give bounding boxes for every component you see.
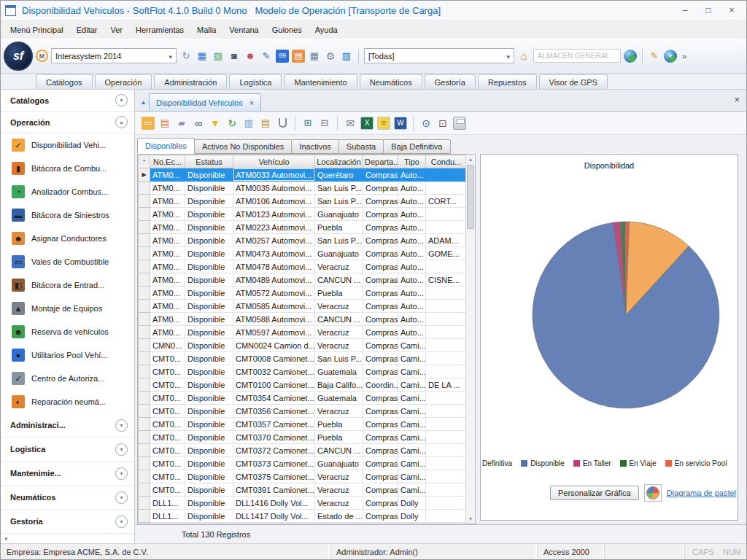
- tree-expand-icon[interactable]: ⊞: [301, 117, 314, 130]
- menu-item-menu-principal[interactable]: Menú Principal: [4, 23, 70, 37]
- sidebar-section-gestoria[interactable]: Gestoría: [1, 510, 134, 534]
- table-row[interactable]: ATM0...DisponibleATM0572 Automovi...Pueb…: [139, 287, 467, 300]
- subtab-disponibles[interactable]: Disponibles: [137, 138, 195, 154]
- table-row[interactable]: CMT0...DisponibleCMT0357 Camionet...Pueb…: [139, 418, 467, 431]
- globe-add-icon[interactable]: +: [664, 50, 677, 63]
- subtab-inactivos[interactable]: Inactivos: [291, 139, 338, 154]
- paste-icon[interactable]: ▤: [259, 117, 272, 130]
- menu-item-ayuda[interactable]: Ayuda: [309, 23, 344, 37]
- table-row[interactable]: ATM0...DisponibleATM0588 Automovi...CANC…: [139, 313, 467, 326]
- restore-button[interactable]: □: [698, 4, 719, 18]
- close-button[interactable]: ×: [721, 4, 742, 18]
- ribbon-tab-gestoria[interactable]: Gestoría: [425, 74, 476, 89]
- sidebar-section-neumaticos[interactable]: Neumáticos: [1, 486, 134, 510]
- row-selector[interactable]: [139, 208, 150, 221]
- menu-item-herramientas[interactable]: Herramientas: [129, 23, 190, 37]
- image-icon[interactable]: ▨: [212, 50, 225, 63]
- row-selector[interactable]: [139, 234, 150, 247]
- copy-icon[interactable]: ▥: [242, 117, 255, 130]
- sidebar-item-vales-de-combustible[interactable]: ▭Vales de Combustible: [1, 250, 134, 273]
- book-icon[interactable]: ▥: [340, 50, 353, 63]
- tab-close-icon[interactable]: [249, 98, 254, 107]
- row-selector[interactable]: [139, 444, 150, 457]
- row-selector[interactable]: [139, 405, 150, 418]
- sidebar-item-analizador-combus[interactable]: ◔Analizador Combus...: [1, 180, 134, 203]
- table-row[interactable]: CMT0...DisponibleCMT0373 Camionet...Guan…: [139, 457, 467, 470]
- badge-99-icon[interactable]: 99: [276, 50, 289, 63]
- row-selector[interactable]: [139, 287, 150, 300]
- sidebar-item-bitacora-de-entrad[interactable]: ◧Bitácora de Entrad...: [1, 273, 134, 297]
- printer-icon[interactable]: [453, 117, 466, 130]
- org-chart-icon[interactable]: ▦: [196, 50, 209, 63]
- expand-circle-icon[interactable]: [115, 419, 128, 432]
- scroll-thumb[interactable]: [467, 165, 474, 229]
- row-selector[interactable]: [139, 247, 150, 260]
- subtab-baja-definitiva[interactable]: Baja Definitiva: [383, 139, 450, 154]
- expand-circle-icon[interactable]: [115, 516, 128, 528]
- binoculars-icon[interactable]: ∞: [192, 117, 205, 130]
- table-row[interactable]: CMT0...DisponibleCMT0032 Camionet...Guat…: [139, 365, 467, 378]
- table-row[interactable]: CMT0...DisponibleCMT0372 Camionet...CANC…: [139, 444, 467, 457]
- ribbon-tab-repuestos[interactable]: Repuestos: [478, 74, 537, 89]
- row-selector[interactable]: [139, 470, 150, 483]
- table-row[interactable]: CMT0...DisponibleCMT0008 Camionet...San …: [139, 352, 467, 365]
- column-header-vehiculo[interactable]: Vehículo: [233, 155, 315, 168]
- menu-item-malla[interactable]: Malla: [190, 23, 222, 37]
- chart-type-button[interactable]: [644, 484, 662, 502]
- subtab-subasta[interactable]: Subasta: [338, 139, 384, 154]
- expand-circle-icon[interactable]: [115, 443, 128, 456]
- table-row[interactable]: ATM0...DisponibleATM0478 Automovi...Vera…: [139, 260, 467, 273]
- open-folder-icon[interactable]: ▭: [142, 117, 155, 130]
- filter-combo[interactable]: [Todas]: [364, 48, 514, 63]
- company-combo[interactable]: Interasystem 2014: [51, 48, 177, 63]
- table-row[interactable]: CMT0...DisponibleCMT0354 Camionet...Guat…: [139, 392, 467, 405]
- sidebar-item-reparacion-neuma[interactable]: ◐Reparación neumá...: [1, 390, 134, 413]
- sidebar-item-asignar-conductores[interactable]: ☻Asignar Conductores: [1, 227, 134, 250]
- users-icon[interactable]: ☻: [244, 50, 257, 63]
- row-selector[interactable]: [139, 221, 150, 234]
- scroll-down-icon[interactable]: [466, 514, 475, 524]
- row-selector[interactable]: [139, 510, 150, 523]
- customize-chart-button[interactable]: Personalizar Gráfica: [550, 486, 639, 500]
- sidebar-item-disponibilidad-vehi[interactable]: ✓Disponibilidad Vehi...: [1, 133, 134, 157]
- zoom-icon[interactable]: ⊙: [419, 117, 433, 130]
- menu-item-ver[interactable]: Ver: [104, 23, 130, 37]
- table-row[interactable]: CMT0...DisponibleCMT0370 Camionet...Pueb…: [139, 431, 467, 444]
- table-row[interactable]: CMN0...DisponibleCMN0024 Camion d...Vera…: [139, 339, 467, 352]
- row-selector[interactable]: [139, 339, 150, 352]
- sync-icon[interactable]: ↻: [179, 50, 193, 63]
- sidebar-item-utilitarios-pool-vehi[interactable]: ●Utilitarios Pool Vehí...: [1, 343, 134, 367]
- memo-icon[interactable]: ≡: [377, 117, 390, 130]
- table-row[interactable]: ATM0...DisponibleATM0585 Automovi...Vera…: [139, 300, 467, 313]
- sidebar-section-administraci[interactable]: Administraci...: [1, 413, 134, 438]
- table-row[interactable]: ATM0...DisponibleATM0597 Automovi...Vera…: [139, 326, 467, 339]
- row-selector[interactable]: [139, 418, 150, 431]
- table-row[interactable]: ATM0...DisponibleATM0473 Automovi...Guan…: [139, 247, 467, 260]
- sidebar-item-bitacora-de-combu[interactable]: ▮Bitácora de Combu...: [1, 157, 134, 180]
- row-selector[interactable]: [139, 313, 150, 326]
- sidebar-item-reserva-de-vehiculos[interactable]: ☻Reserva de vehículos: [1, 320, 134, 343]
- table-row[interactable]: ATM0...DisponibleATM0123 Automovi...Guan…: [139, 208, 467, 221]
- row-selector[interactable]: [139, 326, 150, 339]
- ribbon-tab-administracion[interactable]: Administración: [154, 74, 227, 89]
- row-selector[interactable]: [139, 352, 150, 365]
- sidebar-section-catalogos[interactable]: Catálogos: [1, 90, 134, 112]
- table-row[interactable]: ATM0...DisponibleATM0223 Automovi...Pueb…: [139, 221, 467, 234]
- table-row[interactable]: ATM0...DisponibleATM0489 Automovi...CANC…: [139, 273, 467, 287]
- refresh-icon[interactable]: ↻: [225, 117, 239, 130]
- sidebar-item-centro-de-autoriza[interactable]: ✓Centro de Autoriza...: [1, 367, 134, 390]
- table-row[interactable]: ATM0...DisponibleATM0257 Automovi...San …: [139, 234, 467, 247]
- minimize-button[interactable]: –: [675, 4, 695, 18]
- notes-icon[interactable]: ▤: [158, 117, 171, 130]
- mail-icon[interactable]: ✉: [344, 117, 357, 130]
- table-row[interactable]: ▶ATM0...DisponibleATM0033 Automovi...Que…: [139, 168, 467, 182]
- row-selector[interactable]: [139, 195, 150, 208]
- ribbon-tab-operacion[interactable]: Operación: [95, 74, 152, 89]
- table-row[interactable]: CMT0...DisponibleCMT0375 Camionet...Vera…: [139, 470, 467, 483]
- chart-type-link[interactable]: Diagrama de pastel: [667, 489, 736, 497]
- column-header-condu[interactable]: Condu...: [426, 155, 467, 168]
- expand-circle-icon[interactable]: [115, 94, 128, 106]
- table-row[interactable]: CMT0...DisponibleCMT0100 Camionet...Baja…: [139, 378, 467, 392]
- page-edit-icon[interactable]: ✎: [648, 50, 661, 63]
- row-selector[interactable]: [139, 365, 150, 378]
